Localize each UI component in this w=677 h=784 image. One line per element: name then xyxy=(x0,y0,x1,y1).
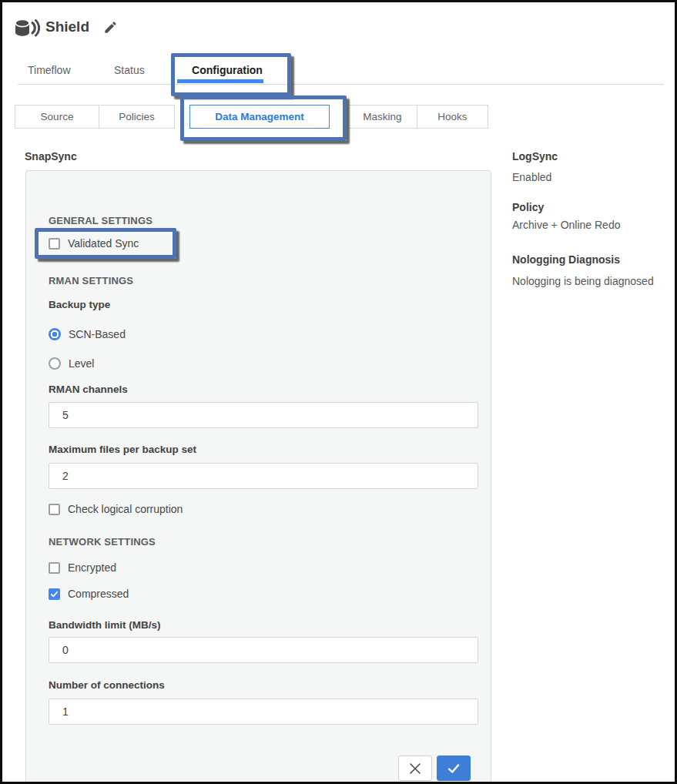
subtab-source[interactable]: Source xyxy=(15,105,99,129)
max-files-label: Maximum files per backup set xyxy=(49,444,196,455)
compressed-row[interactable]: Compressed xyxy=(49,588,129,600)
network-settings-heading: NETWORK SETTINGS xyxy=(49,536,156,548)
tab-timeflow[interactable]: Timeflow xyxy=(28,64,71,76)
encrypted-checkbox[interactable] xyxy=(49,562,60,574)
check-logical-corruption-label: Check logical corruption xyxy=(68,503,183,515)
level-label: Level xyxy=(69,357,94,370)
tab-status[interactable]: Status xyxy=(114,64,145,76)
active-tab-underline xyxy=(177,79,263,83)
dsource-database-icon xyxy=(14,18,40,39)
scn-based-radio[interactable] xyxy=(49,328,61,340)
encrypted-row[interactable]: Encrypted xyxy=(49,561,116,574)
connections-label: Number of connections xyxy=(49,679,165,691)
check-icon xyxy=(50,590,59,598)
dataset-configuration-page: Shield Timeflow Status Configuration Sou… xyxy=(0,0,677,784)
logsync-status: Enabled xyxy=(512,171,551,183)
page-title: Shield xyxy=(45,18,89,35)
subtab-data-management[interactable]: Data Management xyxy=(189,105,330,129)
validated-sync-checkbox[interactable] xyxy=(49,238,60,250)
subtab-masking[interactable]: Masking xyxy=(347,105,417,129)
policy-value: Archive + Online Redo xyxy=(512,219,620,231)
x-icon xyxy=(408,762,422,776)
subtab-policies[interactable]: Policies xyxy=(99,105,175,129)
snapsync-section-title: SnapSync xyxy=(25,150,77,162)
snapsync-panel: GENERAL SETTINGS Validated Sync RMAN SET… xyxy=(25,170,491,784)
connections-input[interactable] xyxy=(49,699,478,725)
rman-settings-heading: RMAN SETTINGS xyxy=(49,275,133,286)
encrypted-label: Encrypted xyxy=(68,561,116,574)
confirm-button[interactable] xyxy=(437,756,471,781)
rman-channels-label: RMAN channels xyxy=(49,384,128,395)
compressed-checkbox[interactable] xyxy=(49,588,60,600)
nologging-heading: Nologging Diagnosis xyxy=(512,253,620,266)
max-files-input[interactable] xyxy=(49,463,478,489)
general-settings-heading: GENERAL SETTINGS xyxy=(49,215,152,226)
bandwidth-limit-label: Bandwidth limit (MB/s) xyxy=(49,619,161,631)
compressed-label: Compressed xyxy=(68,588,129,600)
scn-based-label: SCN-Based xyxy=(69,328,126,340)
validated-sync-checkbox-row[interactable]: Validated Sync xyxy=(49,237,139,250)
backup-type-label: Backup type xyxy=(49,299,110,310)
backup-type-option-scn[interactable]: SCN-Based xyxy=(49,328,126,340)
backup-type-option-level[interactable]: Level xyxy=(49,357,94,370)
check-icon xyxy=(447,762,461,776)
tab-configuration[interactable]: Configuration xyxy=(175,64,280,76)
edit-pencil-icon[interactable] xyxy=(103,20,118,35)
cancel-button[interactable] xyxy=(398,756,432,781)
tabbar-divider xyxy=(18,84,664,85)
logsync-heading: LogSync xyxy=(512,150,558,162)
check-logical-corruption-row[interactable]: Check logical corruption xyxy=(49,503,183,515)
check-logical-corruption-checkbox[interactable] xyxy=(49,504,60,515)
validated-sync-label: Validated Sync xyxy=(68,237,139,250)
policy-heading: Policy xyxy=(512,201,544,213)
nologging-value: Nologging is being diagnosed xyxy=(512,275,654,287)
level-radio[interactable] xyxy=(49,357,61,370)
bandwidth-limit-input[interactable] xyxy=(49,637,478,663)
subtab-hooks[interactable]: Hooks xyxy=(417,105,488,129)
rman-channels-input[interactable] xyxy=(49,402,478,428)
